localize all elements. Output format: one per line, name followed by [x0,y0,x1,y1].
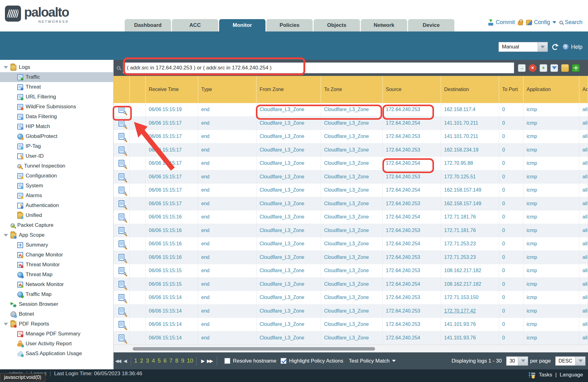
sidebar-item-data-filtering[interactable]: Data Filtering [0,112,113,122]
log-detail-icon[interactable] [119,308,124,314]
sidebar-item-unified[interactable]: Unified [0,210,113,220]
sidebar-item-packet-capture[interactable]: Packet Capture [0,220,113,230]
column-header-application[interactable]: Application [523,76,579,103]
sidebar-item-tunnel-inspection[interactable]: Tunnel Inspection [0,161,113,171]
table-row[interactable]: 06/06 15:15:19endCloudflare_L3_ZoneCloud… [114,103,588,117]
sidebar-item-threat[interactable]: Threat [0,82,113,92]
column-header-type[interactable]: Type [198,76,256,103]
page-number-10[interactable]: 10 [187,358,193,364]
sidebar-item-user-activity-report[interactable]: User Activity Report [0,339,113,349]
page-number-1[interactable]: 1 [134,358,137,364]
refresh-mode-select[interactable]: Manual [498,42,548,52]
commit-button[interactable]: Commit [488,19,515,26]
sidebar-item-network-monitor[interactable]: Network Monitor [0,280,113,289]
table-row[interactable]: 06/06 15:15:17endCloudflare_L3_ZoneCloud… [114,170,588,184]
tab-device[interactable]: Device [408,19,454,31]
log-detail-icon[interactable] [119,294,124,301]
log-detail-icon[interactable] [119,120,124,127]
table-row[interactable]: 06/06 15:15:16endCloudflare_L3_ZoneCloud… [114,237,588,251]
sidebar-item-botnet[interactable]: Botnet [0,309,113,319]
test-policy-match-button[interactable]: Test Policy Match [349,358,396,364]
per-page-dropdown-button[interactable] [518,356,528,366]
config-menu-button[interactable]: Config [526,19,556,26]
tree-expander-icon[interactable] [4,323,8,326]
table-row[interactable]: 06/06 15:15:14endCloudflare_L3_ZoneCloud… [114,291,588,305]
sidebar-item-logs[interactable]: Logs [0,62,113,72]
sidebar-item-wildfire-submissions[interactable]: WildFire Submissions [0,102,113,112]
sidebar-item-authentication[interactable]: Authentication [0,201,113,210]
tree-expander-icon[interactable] [4,66,8,69]
column-header-from-zone[interactable]: From Zone [256,76,321,103]
sidebar-item-globalprotect[interactable]: GlobalProtect [0,131,113,141]
table-row[interactable]: 06/06 15:15:17endCloudflare_L3_ZoneCloud… [114,157,588,170]
page-number-3[interactable]: 3 [146,358,149,364]
sidebar-item-change-monitor[interactable]: Change Monitor [0,250,113,260]
sidebar-item-app-scope[interactable]: App Scope [0,230,113,240]
sidebar-item-system[interactable]: System [0,181,113,191]
table-row[interactable]: 06/06 15:15:14endCloudflare_L3_ZoneCloud… [114,318,588,331]
sidebar-item-url-filtering[interactable]: URL Filtering [0,92,113,102]
search-button[interactable]: Search [559,19,582,26]
filter-query-input[interactable] [123,62,514,73]
highlight-policy-actions-checkbox[interactable] [281,358,286,364]
log-detail-icon[interactable] [119,281,124,288]
tree-expander-icon[interactable] [4,234,8,237]
tab-acc[interactable]: ACC [172,19,218,31]
log-detail-icon[interactable] [119,254,124,261]
sidebar-item-manage-pdf-summary[interactable]: Manage PDF Summary [0,329,113,339]
first-page-button[interactable]: ◀◀ [115,358,120,364]
page-number-7[interactable]: 7 [169,358,173,364]
add-filter-icon[interactable]: + [540,64,547,72]
load-filter-icon[interactable] [561,64,569,72]
log-detail-icon[interactable] [119,106,124,113]
table-row[interactable]: 06/06 15:15:17endCloudflare_L3_ZoneCloud… [114,117,588,130]
sidebar-item-threat-monitor[interactable]: Threat Monitor [0,260,113,270]
sidebar-item-saas-application-usage[interactable]: SaaS Application Usage [0,349,113,359]
log-detail-icon[interactable] [119,214,124,220]
sidebar-item-pdf-reports[interactable]: PDF Reports [0,319,113,329]
tab-dashboard[interactable]: Dashboard [125,19,171,31]
sidebar-item-summary[interactable]: Summary [0,240,113,250]
sidebar-item-user-id[interactable]: User-ID [0,151,113,161]
resolve-hostname-checkbox[interactable] [224,358,230,364]
sort-order-select[interactable]: DESC [555,356,586,366]
page-number-6[interactable]: 6 [164,358,167,364]
page-number-4[interactable]: 4 [152,358,155,364]
tab-network[interactable]: Network [361,19,407,31]
column-header-receive-time[interactable]: Receive Time [146,76,198,103]
last-page-button[interactable]: ▶▶ [207,358,212,364]
export-logs-icon[interactable] [572,64,580,72]
table-row[interactable]: 06/06 15:15:17endCloudflare_L3_ZoneCloud… [114,184,588,197]
log-detail-icon[interactable] [119,160,124,167]
sidebar-item-hip-match[interactable]: HIP Match [0,122,113,131]
sidebar-item-session-browser[interactable]: Session Browser [0,299,113,309]
page-number-2[interactable]: 2 [140,358,143,364]
prev-page-button[interactable]: ◀ [123,358,126,364]
table-row[interactable]: 06/06 15:15:17endCloudflare_L3_ZoneCloud… [114,143,588,157]
table-row[interactable]: 06/06 15:15:16endCloudflare_L3_ZoneCloud… [114,251,588,264]
sort-order-dropdown-button[interactable] [576,356,586,366]
column-header-destination[interactable]: Destination [441,76,499,103]
log-detail-icon[interactable] [119,173,124,180]
table-row[interactable]: 06/06 15:15:17endCloudflare_L3_ZoneCloud… [114,130,588,143]
apply-filter-icon[interactable]: → [518,64,526,72]
refresh-mode-dropdown-button[interactable] [538,42,548,52]
next-page-button[interactable]: ▶ [201,358,204,364]
language-link[interactable]: Language [560,372,583,378]
tab-policies[interactable]: Policies [266,19,313,31]
column-header-action[interactable]: Action [579,76,588,103]
table-row[interactable]: 06/06 15:15:16endCloudflare_L3_ZoneCloud… [114,210,588,224]
help-button[interactable]: ? Help [562,44,582,50]
tab-monitor[interactable]: Monitor [219,19,265,31]
sidebar-item-traffic-map[interactable]: Traffic Map [0,289,113,299]
log-detail-icon[interactable] [119,187,124,193]
table-row[interactable]: 06/06 15:15:17endCloudflare_L3_ZoneCloud… [114,197,588,211]
log-detail-icon[interactable] [119,267,124,274]
table-row[interactable]: 06/06 15:15:15endCloudflare_L3_ZoneCloud… [114,278,588,291]
page-number-8[interactable]: 8 [175,358,178,364]
column-header-to-port[interactable]: To Port [499,76,523,103]
table-row[interactable]: 06/06 15:15:14endCloudflare_L3_ZoneCloud… [114,305,588,318]
lock-icon[interactable] [518,21,523,25]
refresh-icon[interactable] [552,44,558,50]
horizontal-scrollbar-thumb[interactable] [133,347,375,351]
